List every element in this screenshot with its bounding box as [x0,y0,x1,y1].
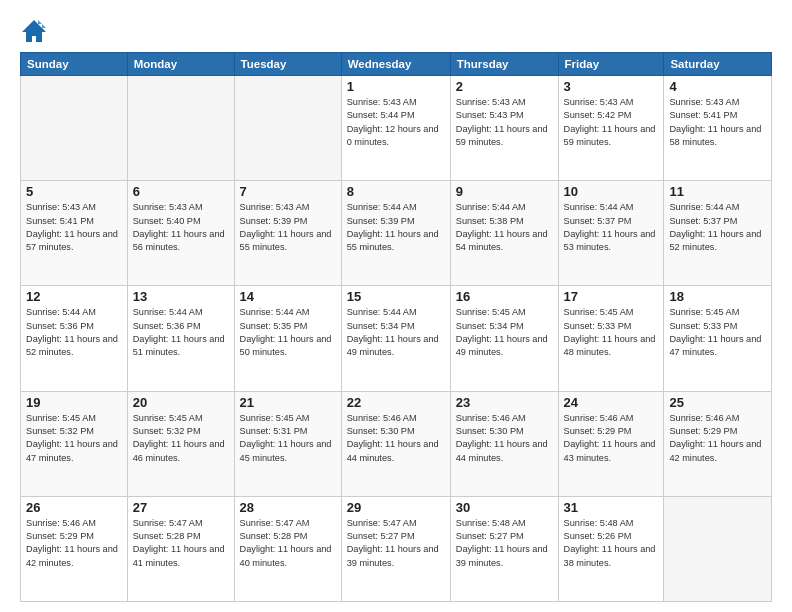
calendar-cell: 13Sunrise: 5:44 AM Sunset: 5:36 PM Dayli… [127,286,234,391]
day-info: Sunrise: 5:45 AM Sunset: 5:33 PM Dayligh… [669,306,766,359]
day-info: Sunrise: 5:43 AM Sunset: 5:39 PM Dayligh… [240,201,336,254]
weekday-header-sunday: Sunday [21,53,128,76]
weekday-header-saturday: Saturday [664,53,772,76]
calendar-cell: 25Sunrise: 5:46 AM Sunset: 5:29 PM Dayli… [664,391,772,496]
calendar-cell: 6Sunrise: 5:43 AM Sunset: 5:40 PM Daylig… [127,181,234,286]
calendar-table: SundayMondayTuesdayWednesdayThursdayFrid… [20,52,772,602]
day-info: Sunrise: 5:44 AM Sunset: 5:34 PM Dayligh… [347,306,445,359]
calendar-cell: 5Sunrise: 5:43 AM Sunset: 5:41 PM Daylig… [21,181,128,286]
weekday-header-wednesday: Wednesday [341,53,450,76]
calendar-cell: 24Sunrise: 5:46 AM Sunset: 5:29 PM Dayli… [558,391,664,496]
calendar-cell: 27Sunrise: 5:47 AM Sunset: 5:28 PM Dayli… [127,496,234,601]
day-info: Sunrise: 5:44 AM Sunset: 5:36 PM Dayligh… [133,306,229,359]
day-number: 16 [456,289,553,304]
weekday-header-friday: Friday [558,53,664,76]
day-number: 11 [669,184,766,199]
day-info: Sunrise: 5:44 AM Sunset: 5:37 PM Dayligh… [564,201,659,254]
day-info: Sunrise: 5:44 AM Sunset: 5:38 PM Dayligh… [456,201,553,254]
day-info: Sunrise: 5:47 AM Sunset: 5:28 PM Dayligh… [133,517,229,570]
logo [20,18,51,46]
day-info: Sunrise: 5:46 AM Sunset: 5:29 PM Dayligh… [669,412,766,465]
page: SundayMondayTuesdayWednesdayThursdayFrid… [0,0,792,612]
calendar-cell [127,76,234,181]
calendar-cell: 23Sunrise: 5:46 AM Sunset: 5:30 PM Dayli… [450,391,558,496]
day-info: Sunrise: 5:44 AM Sunset: 5:36 PM Dayligh… [26,306,122,359]
day-info: Sunrise: 5:43 AM Sunset: 5:44 PM Dayligh… [347,96,445,149]
calendar-week-5: 26Sunrise: 5:46 AM Sunset: 5:29 PM Dayli… [21,496,772,601]
day-number: 4 [669,79,766,94]
day-number: 9 [456,184,553,199]
day-info: Sunrise: 5:46 AM Sunset: 5:29 PM Dayligh… [564,412,659,465]
day-number: 22 [347,395,445,410]
calendar-week-3: 12Sunrise: 5:44 AM Sunset: 5:36 PM Dayli… [21,286,772,391]
day-number: 5 [26,184,122,199]
weekday-header-tuesday: Tuesday [234,53,341,76]
calendar-cell: 22Sunrise: 5:46 AM Sunset: 5:30 PM Dayli… [341,391,450,496]
day-number: 14 [240,289,336,304]
calendar-cell: 28Sunrise: 5:47 AM Sunset: 5:28 PM Dayli… [234,496,341,601]
calendar-cell: 7Sunrise: 5:43 AM Sunset: 5:39 PM Daylig… [234,181,341,286]
calendar-cell: 3Sunrise: 5:43 AM Sunset: 5:42 PM Daylig… [558,76,664,181]
day-number: 17 [564,289,659,304]
day-info: Sunrise: 5:45 AM Sunset: 5:32 PM Dayligh… [133,412,229,465]
svg-marker-0 [22,20,46,42]
day-number: 19 [26,395,122,410]
day-info: Sunrise: 5:43 AM Sunset: 5:41 PM Dayligh… [669,96,766,149]
calendar-cell: 26Sunrise: 5:46 AM Sunset: 5:29 PM Dayli… [21,496,128,601]
day-number: 20 [133,395,229,410]
calendar-week-2: 5Sunrise: 5:43 AM Sunset: 5:41 PM Daylig… [21,181,772,286]
day-number: 18 [669,289,766,304]
calendar-cell: 1Sunrise: 5:43 AM Sunset: 5:44 PM Daylig… [341,76,450,181]
day-info: Sunrise: 5:45 AM Sunset: 5:34 PM Dayligh… [456,306,553,359]
calendar-cell: 16Sunrise: 5:45 AM Sunset: 5:34 PM Dayli… [450,286,558,391]
weekday-header-monday: Monday [127,53,234,76]
day-info: Sunrise: 5:45 AM Sunset: 5:31 PM Dayligh… [240,412,336,465]
day-number: 26 [26,500,122,515]
day-info: Sunrise: 5:48 AM Sunset: 5:27 PM Dayligh… [456,517,553,570]
day-number: 29 [347,500,445,515]
day-info: Sunrise: 5:47 AM Sunset: 5:27 PM Dayligh… [347,517,445,570]
day-number: 27 [133,500,229,515]
day-number: 30 [456,500,553,515]
calendar-cell: 18Sunrise: 5:45 AM Sunset: 5:33 PM Dayli… [664,286,772,391]
weekday-header-thursday: Thursday [450,53,558,76]
day-info: Sunrise: 5:48 AM Sunset: 5:26 PM Dayligh… [564,517,659,570]
calendar-week-1: 1Sunrise: 5:43 AM Sunset: 5:44 PM Daylig… [21,76,772,181]
day-info: Sunrise: 5:43 AM Sunset: 5:43 PM Dayligh… [456,96,553,149]
calendar-cell: 14Sunrise: 5:44 AM Sunset: 5:35 PM Dayli… [234,286,341,391]
calendar-week-4: 19Sunrise: 5:45 AM Sunset: 5:32 PM Dayli… [21,391,772,496]
calendar-cell: 8Sunrise: 5:44 AM Sunset: 5:39 PM Daylig… [341,181,450,286]
day-number: 12 [26,289,122,304]
day-number: 24 [564,395,659,410]
day-info: Sunrise: 5:47 AM Sunset: 5:28 PM Dayligh… [240,517,336,570]
day-number: 6 [133,184,229,199]
day-info: Sunrise: 5:44 AM Sunset: 5:37 PM Dayligh… [669,201,766,254]
day-info: Sunrise: 5:43 AM Sunset: 5:40 PM Dayligh… [133,201,229,254]
calendar-cell: 11Sunrise: 5:44 AM Sunset: 5:37 PM Dayli… [664,181,772,286]
calendar-cell: 4Sunrise: 5:43 AM Sunset: 5:41 PM Daylig… [664,76,772,181]
day-info: Sunrise: 5:43 AM Sunset: 5:42 PM Dayligh… [564,96,659,149]
day-number: 3 [564,79,659,94]
calendar-cell: 21Sunrise: 5:45 AM Sunset: 5:31 PM Dayli… [234,391,341,496]
day-number: 10 [564,184,659,199]
day-number: 8 [347,184,445,199]
day-info: Sunrise: 5:45 AM Sunset: 5:33 PM Dayligh… [564,306,659,359]
calendar-cell: 12Sunrise: 5:44 AM Sunset: 5:36 PM Dayli… [21,286,128,391]
logo-icon [20,18,48,46]
calendar-cell: 29Sunrise: 5:47 AM Sunset: 5:27 PM Dayli… [341,496,450,601]
day-info: Sunrise: 5:44 AM Sunset: 5:39 PM Dayligh… [347,201,445,254]
day-number: 23 [456,395,553,410]
calendar-header-row: SundayMondayTuesdayWednesdayThursdayFrid… [21,53,772,76]
calendar-cell: 30Sunrise: 5:48 AM Sunset: 5:27 PM Dayli… [450,496,558,601]
calendar-cell: 31Sunrise: 5:48 AM Sunset: 5:26 PM Dayli… [558,496,664,601]
calendar-cell: 17Sunrise: 5:45 AM Sunset: 5:33 PM Dayli… [558,286,664,391]
header [20,18,772,46]
calendar-cell: 10Sunrise: 5:44 AM Sunset: 5:37 PM Dayli… [558,181,664,286]
day-info: Sunrise: 5:43 AM Sunset: 5:41 PM Dayligh… [26,201,122,254]
day-number: 7 [240,184,336,199]
day-number: 28 [240,500,336,515]
day-number: 13 [133,289,229,304]
calendar-cell: 2Sunrise: 5:43 AM Sunset: 5:43 PM Daylig… [450,76,558,181]
day-number: 25 [669,395,766,410]
calendar-cell: 19Sunrise: 5:45 AM Sunset: 5:32 PM Dayli… [21,391,128,496]
